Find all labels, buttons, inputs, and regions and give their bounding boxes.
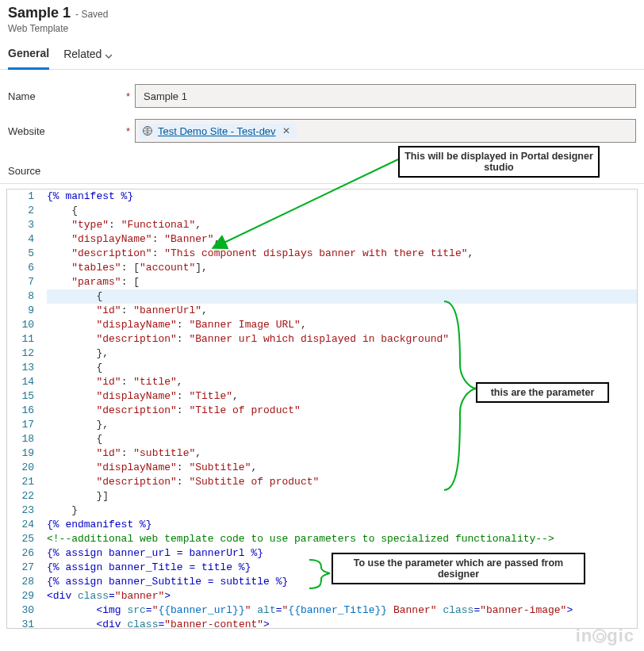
line-number: 16 [7, 404, 42, 418]
line-number: 6 [7, 261, 42, 275]
code-line[interactable]: "displayName": "Subtitle", [42, 461, 637, 475]
line-number: 22 [7, 489, 42, 504]
line-number: 21 [7, 475, 42, 489]
watermark: ingic [576, 626, 634, 646]
line-number: 9 [7, 304, 42, 318]
line-number: 13 [7, 361, 42, 375]
globe-icon [142, 125, 153, 136]
code-line[interactable]: "type": "Functional", [42, 218, 637, 232]
record-title: Sample 1 [8, 5, 71, 21]
code-line[interactable]: <div class="banner-content"> [42, 618, 637, 629]
line-number: 26 [7, 546, 42, 561]
line-number: 10 [7, 318, 42, 332]
code-line[interactable]: "description": "This component displays … [42, 247, 637, 261]
code-line[interactable]: { [42, 289, 637, 304]
line-number: 20 [7, 461, 42, 475]
code-line[interactable]: }, [42, 347, 637, 361]
code-line[interactable]: { [42, 432, 637, 446]
code-line[interactable]: "displayName": "Banner", [42, 232, 637, 247]
code-line[interactable]: "id": "subtitle", [42, 446, 637, 461]
code-line[interactable]: "id": "bannerUrl", [42, 304, 637, 318]
line-number: 17 [7, 418, 42, 432]
code-line[interactable]: "description": "Subtitle of product" [42, 475, 637, 489]
code-line[interactable]: <!--additional web template code to use … [42, 532, 637, 546]
code-line[interactable]: }, [42, 418, 637, 432]
code-line[interactable]: "description": "Banner url which display… [42, 332, 637, 347]
line-number: 27 [7, 561, 42, 575]
line-number: 18 [7, 432, 42, 446]
code-line[interactable]: "displayName": "Banner Image URL", [42, 318, 637, 332]
code-line[interactable]: {% manifest %} [42, 190, 637, 204]
line-number: 29 [7, 589, 42, 603]
line-number: 1 [7, 190, 42, 204]
line-number: 5 [7, 247, 42, 261]
required-indicator: * [126, 125, 130, 137]
code-line[interactable]: { [42, 204, 637, 218]
code-line[interactable]: "description": "Title of product" [42, 404, 637, 418]
code-line[interactable]: { [42, 361, 637, 375]
line-number: 11 [7, 332, 42, 347]
saved-indicator: - Saved [75, 9, 108, 20]
annotation-box-2: this are the parameter [476, 382, 609, 403]
line-number: 15 [7, 389, 42, 404]
line-number: 31 [7, 618, 42, 629]
line-number: 3 [7, 218, 42, 232]
website-link[interactable]: Test Demo Site - Test-dev [158, 125, 276, 137]
website-lookup[interactable]: Test Demo Site - Test-dev ✕ [135, 119, 636, 143]
line-number: 8 [7, 289, 42, 304]
chevron-down-icon [105, 50, 113, 58]
code-line[interactable]: } [42, 504, 637, 518]
line-number: 2 [7, 204, 42, 218]
line-number: 23 [7, 504, 42, 518]
website-label: Website* [8, 125, 135, 137]
code-line[interactable]: "params": [ [42, 275, 637, 289]
record-header: Sample 1 - Saved Web Template [0, 0, 644, 37]
code-line[interactable]: <div class="banner"> [42, 589, 637, 603]
tab-related-label: Related [63, 48, 102, 60]
line-number: 25 [7, 532, 42, 546]
name-input[interactable] [135, 84, 636, 108]
required-indicator: * [126, 90, 130, 102]
line-number: 12 [7, 347, 42, 361]
code-line[interactable]: {% endmanifest %} [42, 518, 637, 532]
annotation-box-1: This will be displayed in Portal designe… [398, 146, 600, 178]
line-number: 4 [7, 232, 42, 247]
code-line[interactable]: }] [42, 489, 637, 504]
line-number: 24 [7, 518, 42, 532]
line-number: 28 [7, 575, 42, 589]
name-label: Name* [8, 90, 135, 102]
line-number: 7 [7, 275, 42, 289]
line-number: 30 [7, 603, 42, 618]
tab-related[interactable]: Related [63, 48, 113, 68]
tab-general[interactable]: General [8, 47, 49, 70]
remove-chip-icon[interactable]: ✕ [281, 125, 292, 136]
line-number: 14 [7, 375, 42, 389]
tab-list: General Related [0, 37, 644, 70]
lookup-chip: Test Demo Site - Test-dev ✕ [139, 124, 297, 139]
tab-general-label: General [8, 47, 49, 59]
code-line[interactable]: <img src="{{banner_url}}" alt="{{banner_… [42, 603, 637, 618]
line-number: 19 [7, 446, 42, 461]
annotation-box-3: To use the parameter which are passed fr… [332, 553, 585, 584]
record-entity: Web Template [8, 23, 636, 34]
code-line[interactable]: "tables": ["account"], [42, 261, 637, 275]
